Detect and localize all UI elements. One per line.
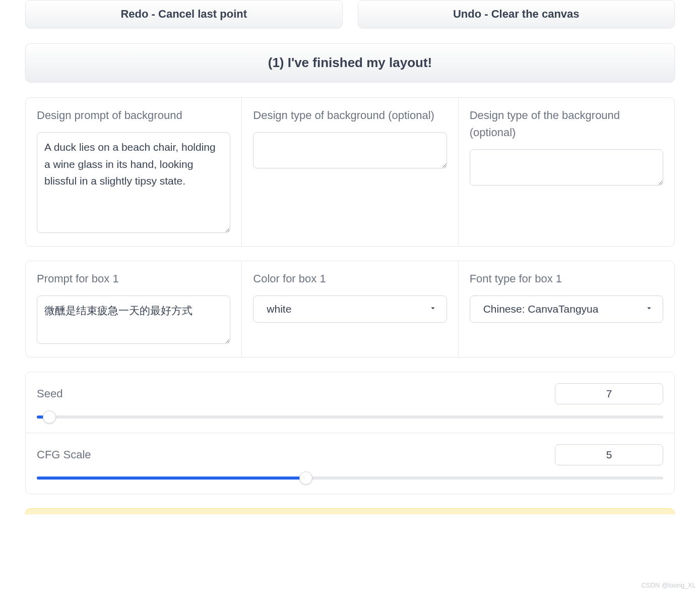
background-prompt-col: Design prompt of background — [26, 98, 242, 246]
background-type1-col: Design type of background (optional) — [242, 98, 458, 246]
redo-button[interactable]: Redo - Cancel last point — [25, 0, 343, 28]
box1-color-col: Color for box 1 white — [242, 261, 458, 357]
box1-prompt-col: Prompt for box 1 — [26, 261, 242, 357]
box1-color-label: Color for box 1 — [253, 270, 447, 287]
cfg-value-input[interactable] — [555, 444, 663, 465]
box1-font-label: Font type for box 1 — [470, 270, 663, 287]
background-type2-input[interactable] — [470, 149, 663, 186]
seed-slider[interactable] — [37, 416, 663, 419]
slider-panel: Seed CFG Scale — [25, 372, 675, 494]
chevron-down-icon — [428, 303, 437, 315]
box1-color-value: white — [267, 303, 291, 315]
seed-row: Seed — [26, 372, 674, 433]
box1-color-select[interactable]: white — [253, 295, 447, 323]
background-panel: Design prompt of background Design type … — [25, 97, 675, 247]
seed-label: Seed — [37, 387, 62, 400]
box1-prompt-label: Prompt for box 1 — [37, 270, 230, 287]
cfg-slider[interactable] — [37, 477, 663, 480]
chevron-down-icon — [645, 303, 654, 315]
undo-button[interactable]: Undo - Clear the canvas — [358, 0, 675, 28]
box1-font-value: Chinese: CanvaTangyua — [483, 303, 599, 315]
box1-prompt-input[interactable] — [37, 295, 230, 344]
cfg-row: CFG Scale — [26, 433, 674, 494]
background-prompt-input[interactable] — [37, 132, 230, 233]
cfg-slider-thumb[interactable] — [299, 471, 312, 485]
finished-layout-button[interactable]: (1) I've finished my layout! — [25, 43, 675, 82]
seed-value-input[interactable] — [555, 383, 663, 404]
cfg-label: CFG Scale — [37, 448, 91, 461]
box1-font-col: Font type for box 1 Chinese: CanvaTangyu… — [459, 261, 674, 357]
background-prompt-label: Design prompt of background — [37, 107, 230, 124]
cfg-slider-fill — [37, 477, 306, 480]
background-type1-input[interactable] — [253, 132, 447, 168]
seed-slider-thumb[interactable] — [43, 410, 56, 424]
box1-font-select[interactable]: Chinese: CanvaTangyua — [470, 295, 663, 323]
box1-panel: Prompt for box 1 Color for box 1 white F… — [25, 261, 675, 358]
background-type2-col: Design type of the background (optional) — [459, 98, 674, 246]
next-panel-top — [25, 508, 675, 514]
background-type2-label: Design type of the background (optional) — [470, 107, 663, 141]
background-type1-label: Design type of background (optional) — [253, 107, 447, 124]
